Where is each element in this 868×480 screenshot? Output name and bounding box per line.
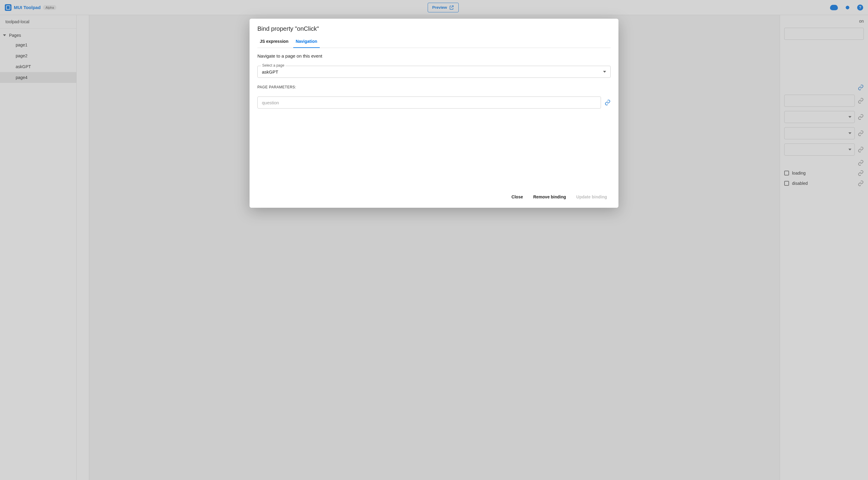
dialog-footer: Close Remove binding Update binding [257,187,611,202]
tab-navigation[interactable]: Navigation [293,36,320,48]
select-page-dropdown[interactable]: askGPT [257,66,611,78]
bind-property-dialog: Bind property "onClick" JS expression Na… [250,19,618,208]
page-parameters-label: PAGE PARAMETERS: [257,85,611,89]
dialog-title: Bind property "onClick" [257,25,611,32]
select-page-field: Select a page askGPT [257,66,611,78]
chevron-down-icon [603,71,606,73]
dialog-description: Navigate to a page on this event [257,53,611,59]
page-parameter-row [257,96,611,109]
remove-binding-button[interactable]: Remove binding [530,192,569,202]
tab-js-expression[interactable]: JS expression [257,36,291,48]
dialog-body: Navigate to a page on this event Select … [257,48,611,187]
dialog-tabbar: JS expression Navigation [257,36,611,48]
link-icon[interactable] [604,99,611,106]
select-page-value: askGPT [262,69,278,74]
modal-overlay[interactable]: Bind property "onClick" JS expression Na… [0,0,868,480]
close-button[interactable]: Close [508,192,527,202]
page-parameter-input[interactable] [257,96,601,109]
select-page-label: Select a page [261,63,285,67]
update-binding-button: Update binding [572,192,611,202]
